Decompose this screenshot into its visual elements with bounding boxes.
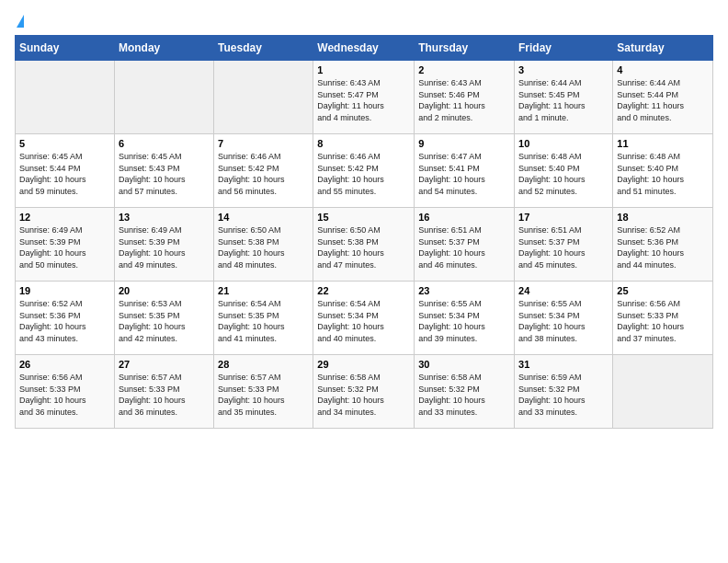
calendar-cell [613,355,713,429]
day-number: 10 [518,138,609,149]
day-info: Sunrise: 6:52 AM Sunset: 5:36 PM Dayligh… [617,224,709,270]
day-info: Sunrise: 6:50 AM Sunset: 5:38 PM Dayligh… [218,224,309,270]
day-info: Sunrise: 6:54 AM Sunset: 5:34 PM Dayligh… [317,298,410,344]
day-number: 30 [418,359,510,370]
day-info: Sunrise: 6:47 AM Sunset: 5:41 PM Dayligh… [418,151,510,197]
calendar-cell: 14Sunrise: 6:50 AM Sunset: 5:38 PM Dayli… [214,208,313,282]
week-row-4: 19Sunrise: 6:52 AM Sunset: 5:36 PM Dayli… [16,282,713,355]
calendar-cell: 18Sunrise: 6:52 AM Sunset: 5:36 PM Dayli… [613,208,713,282]
calendar-cell: 20Sunrise: 6:53 AM Sunset: 5:35 PM Dayli… [114,282,213,355]
day-info: Sunrise: 6:57 AM Sunset: 5:33 PM Dayligh… [119,372,210,418]
week-row-1: 1Sunrise: 6:43 AM Sunset: 5:47 PM Daylig… [16,61,713,134]
calendar-cell: 10Sunrise: 6:48 AM Sunset: 5:40 PM Dayli… [515,134,613,208]
day-number: 9 [418,138,510,149]
page-header [15,15,713,26]
day-info: Sunrise: 6:50 AM Sunset: 5:38 PM Dayligh… [317,224,410,270]
calendar-cell: 15Sunrise: 6:50 AM Sunset: 5:38 PM Dayli… [313,208,415,282]
day-number: 25 [617,285,709,296]
day-number: 17 [518,212,609,223]
day-info: Sunrise: 6:48 AM Sunset: 5:40 PM Dayligh… [518,151,609,197]
day-number: 29 [317,359,410,370]
calendar-cell: 9Sunrise: 6:47 AM Sunset: 5:41 PM Daylig… [415,134,515,208]
day-info: Sunrise: 6:48 AM Sunset: 5:40 PM Dayligh… [617,151,709,197]
calendar-cell: 3Sunrise: 6:44 AM Sunset: 5:45 PM Daylig… [515,61,613,134]
day-info: Sunrise: 6:51 AM Sunset: 5:37 PM Dayligh… [418,224,510,270]
day-number: 1 [317,64,410,75]
day-info: Sunrise: 6:49 AM Sunset: 5:39 PM Dayligh… [19,224,110,270]
header-tuesday: Tuesday [214,36,313,61]
calendar-cell: 27Sunrise: 6:57 AM Sunset: 5:33 PM Dayli… [114,355,213,429]
calendar-cell [114,61,213,134]
day-number: 19 [19,285,110,296]
day-number: 31 [518,359,609,370]
day-number: 28 [218,359,309,370]
calendar-cell: 22Sunrise: 6:54 AM Sunset: 5:34 PM Dayli… [313,282,415,355]
day-number: 3 [518,64,609,75]
day-info: Sunrise: 6:45 AM Sunset: 5:43 PM Dayligh… [119,151,210,197]
day-number: 7 [218,138,309,149]
header-thursday: Thursday [415,36,515,61]
day-info: Sunrise: 6:59 AM Sunset: 5:32 PM Dayligh… [518,372,609,418]
week-row-3: 12Sunrise: 6:49 AM Sunset: 5:39 PM Dayli… [16,208,713,282]
calendar-cell: 24Sunrise: 6:55 AM Sunset: 5:34 PM Dayli… [515,282,613,355]
calendar-cell: 29Sunrise: 6:58 AM Sunset: 5:32 PM Dayli… [313,355,415,429]
day-info: Sunrise: 6:56 AM Sunset: 5:33 PM Dayligh… [617,298,709,344]
header-sunday: Sunday [16,36,115,61]
calendar-cell: 2Sunrise: 6:43 AM Sunset: 5:46 PM Daylig… [415,61,515,134]
calendar-cell [214,61,313,134]
calendar-cell: 8Sunrise: 6:46 AM Sunset: 5:42 PM Daylig… [313,134,415,208]
day-number: 4 [617,64,709,75]
calendar-cell: 31Sunrise: 6:59 AM Sunset: 5:32 PM Dayli… [515,355,613,429]
day-info: Sunrise: 6:56 AM Sunset: 5:33 PM Dayligh… [19,372,110,418]
week-row-5: 26Sunrise: 6:56 AM Sunset: 5:33 PM Dayli… [16,355,713,429]
calendar-cell: 26Sunrise: 6:56 AM Sunset: 5:33 PM Dayli… [16,355,115,429]
day-info: Sunrise: 6:46 AM Sunset: 5:42 PM Dayligh… [317,151,410,197]
day-number: 13 [119,212,210,223]
calendar-cell: 17Sunrise: 6:51 AM Sunset: 5:37 PM Dayli… [515,208,613,282]
header-wednesday: Wednesday [313,36,415,61]
calendar-cell: 1Sunrise: 6:43 AM Sunset: 5:47 PM Daylig… [313,61,415,134]
day-info: Sunrise: 6:58 AM Sunset: 5:32 PM Dayligh… [418,372,510,418]
day-number: 14 [218,212,309,223]
week-row-2: 5Sunrise: 6:45 AM Sunset: 5:44 PM Daylig… [16,134,713,208]
day-info: Sunrise: 6:45 AM Sunset: 5:44 PM Dayligh… [19,151,110,197]
calendar-cell: 11Sunrise: 6:48 AM Sunset: 5:40 PM Dayli… [613,134,713,208]
header-friday: Friday [515,36,613,61]
calendar-cell: 23Sunrise: 6:55 AM Sunset: 5:34 PM Dayli… [415,282,515,355]
calendar-cell: 5Sunrise: 6:45 AM Sunset: 5:44 PM Daylig… [16,134,115,208]
day-number: 24 [518,285,609,296]
logo-arrow-icon [17,15,24,28]
day-info: Sunrise: 6:52 AM Sunset: 5:36 PM Dayligh… [19,298,110,344]
day-number: 26 [19,359,110,370]
header-saturday: Saturday [613,36,713,61]
calendar-header-row: SundayMondayTuesdayWednesdayThursdayFrid… [16,36,713,61]
calendar-cell: 6Sunrise: 6:45 AM Sunset: 5:43 PM Daylig… [114,134,213,208]
calendar-cell: 4Sunrise: 6:44 AM Sunset: 5:44 PM Daylig… [613,61,713,134]
day-number: 15 [317,212,410,223]
calendar-cell: 25Sunrise: 6:56 AM Sunset: 5:33 PM Dayli… [613,282,713,355]
calendar-cell [16,61,115,134]
calendar-cell: 21Sunrise: 6:54 AM Sunset: 5:35 PM Dayli… [214,282,313,355]
day-info: Sunrise: 6:51 AM Sunset: 5:37 PM Dayligh… [518,224,609,270]
day-info: Sunrise: 6:43 AM Sunset: 5:47 PM Dayligh… [317,77,410,123]
day-info: Sunrise: 6:57 AM Sunset: 5:33 PM Dayligh… [218,372,309,418]
day-info: Sunrise: 6:44 AM Sunset: 5:44 PM Dayligh… [617,77,709,123]
calendar-cell: 12Sunrise: 6:49 AM Sunset: 5:39 PM Dayli… [16,208,115,282]
day-number: 8 [317,138,410,149]
calendar-cell: 13Sunrise: 6:49 AM Sunset: 5:39 PM Dayli… [114,208,213,282]
logo [15,15,24,26]
day-info: Sunrise: 6:55 AM Sunset: 5:34 PM Dayligh… [418,298,510,344]
calendar-cell: 30Sunrise: 6:58 AM Sunset: 5:32 PM Dayli… [415,355,515,429]
day-number: 11 [617,138,709,149]
calendar-cell: 28Sunrise: 6:57 AM Sunset: 5:33 PM Dayli… [214,355,313,429]
day-number: 6 [119,138,210,149]
calendar-cell: 16Sunrise: 6:51 AM Sunset: 5:37 PM Dayli… [415,208,515,282]
calendar-table: SundayMondayTuesdayWednesdayThursdayFrid… [15,35,713,429]
day-info: Sunrise: 6:54 AM Sunset: 5:35 PM Dayligh… [218,298,309,344]
day-number: 16 [418,212,510,223]
day-info: Sunrise: 6:58 AM Sunset: 5:32 PM Dayligh… [317,372,410,418]
day-info: Sunrise: 6:43 AM Sunset: 5:46 PM Dayligh… [418,77,510,123]
day-info: Sunrise: 6:44 AM Sunset: 5:45 PM Dayligh… [518,77,609,123]
day-number: 21 [218,285,309,296]
header-monday: Monday [114,36,213,61]
